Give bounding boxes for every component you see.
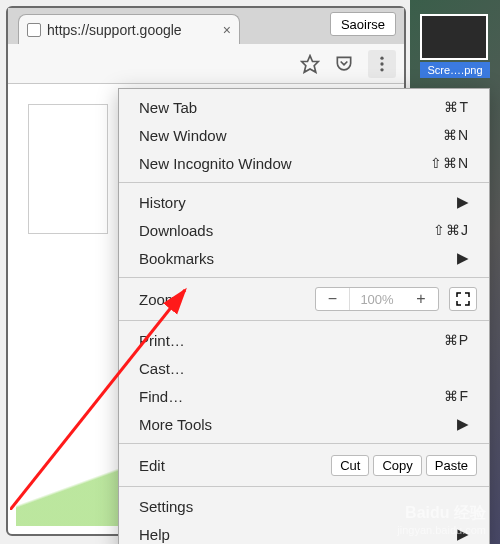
pocket-icon[interactable] bbox=[334, 54, 354, 74]
menu-label: History bbox=[139, 194, 186, 211]
menu-label: New Window bbox=[139, 127, 227, 144]
menu-label: Bookmarks bbox=[139, 250, 214, 267]
menu-separator bbox=[119, 320, 489, 321]
menu-shortcut: ⌘N bbox=[443, 127, 469, 143]
copy-button[interactable]: Copy bbox=[373, 455, 421, 476]
menu-shortcut: ⌘F bbox=[444, 388, 469, 404]
close-icon[interactable]: × bbox=[223, 22, 231, 38]
menu-new-window[interactable]: New Window ⌘N bbox=[119, 121, 489, 149]
zoom-percent: 100% bbox=[350, 292, 404, 307]
desktop-file[interactable]: Scre….png bbox=[420, 14, 490, 78]
fullscreen-button[interactable] bbox=[449, 287, 477, 311]
menu-history[interactable]: History ▶ bbox=[119, 188, 489, 216]
menu-label: Find… bbox=[139, 388, 183, 405]
menu-label: Settings bbox=[139, 498, 193, 515]
menu-shortcut: ⌘T bbox=[444, 99, 469, 115]
favicon-icon bbox=[27, 23, 41, 37]
menu-new-tab[interactable]: New Tab ⌘T bbox=[119, 93, 489, 121]
menu-separator bbox=[119, 486, 489, 487]
menu-more-tools[interactable]: More Tools ▶ bbox=[119, 410, 489, 438]
file-label: Scre….png bbox=[420, 62, 490, 78]
menu-label: New Tab bbox=[139, 99, 197, 116]
edit-label: Edit bbox=[139, 457, 165, 474]
toolbar bbox=[8, 44, 404, 84]
watermark-url: jingyan.baidu.com bbox=[397, 524, 486, 536]
tab-strip: https://support.google × Saoirse bbox=[8, 8, 404, 44]
menu-new-incognito[interactable]: New Incognito Window ⇧⌘N bbox=[119, 149, 489, 177]
menu-shortcut: ⇧⌘N bbox=[430, 155, 469, 171]
file-thumbnail bbox=[420, 14, 488, 60]
svg-point-1 bbox=[380, 56, 383, 59]
zoom-controls: − 100% + bbox=[315, 287, 439, 311]
svg-marker-0 bbox=[302, 55, 319, 72]
tab-title: https://support.google bbox=[47, 22, 182, 38]
menu-label: More Tools bbox=[139, 416, 212, 433]
zoom-out-button[interactable]: − bbox=[316, 288, 350, 310]
menu-zoom: Zoom − 100% + bbox=[119, 283, 489, 315]
watermark-brand: Baidu 经验 bbox=[397, 503, 486, 524]
menu-separator bbox=[119, 277, 489, 278]
zoom-in-button[interactable]: + bbox=[404, 288, 438, 310]
chevron-right-icon: ▶ bbox=[457, 249, 469, 267]
menu-label: Print… bbox=[139, 332, 185, 349]
cut-button[interactable]: Cut bbox=[331, 455, 369, 476]
menu-print[interactable]: Print… ⌘P bbox=[119, 326, 489, 354]
profile-name: Saoirse bbox=[341, 17, 385, 32]
paste-button[interactable]: Paste bbox=[426, 455, 477, 476]
menu-find[interactable]: Find… ⌘F bbox=[119, 382, 489, 410]
menu-downloads[interactable]: Downloads ⇧⌘J bbox=[119, 216, 489, 244]
browser-tab[interactable]: https://support.google × bbox=[18, 14, 240, 44]
chrome-menu: New Tab ⌘T New Window ⌘N New Incognito W… bbox=[118, 88, 490, 544]
menu-label: Cast… bbox=[139, 360, 185, 377]
svg-point-3 bbox=[380, 68, 383, 71]
profile-button[interactable]: Saoirse bbox=[330, 12, 396, 36]
menu-kebab-icon[interactable] bbox=[368, 50, 396, 78]
chevron-right-icon: ▶ bbox=[457, 415, 469, 433]
menu-label: Downloads bbox=[139, 222, 213, 239]
bookmark-star-icon[interactable] bbox=[300, 54, 320, 74]
chevron-right-icon: ▶ bbox=[457, 193, 469, 211]
menu-separator bbox=[119, 182, 489, 183]
watermark: Baidu 经验 jingyan.baidu.com bbox=[397, 503, 486, 536]
menu-cast[interactable]: Cast… bbox=[119, 354, 489, 382]
menu-separator bbox=[119, 443, 489, 444]
menu-label: Help bbox=[139, 526, 170, 543]
menu-edit: Edit Cut Copy Paste bbox=[119, 449, 489, 481]
content-placeholder bbox=[28, 104, 108, 234]
menu-shortcut: ⇧⌘J bbox=[433, 222, 469, 238]
menu-label: New Incognito Window bbox=[139, 155, 292, 172]
svg-point-2 bbox=[380, 62, 383, 65]
menu-bookmarks[interactable]: Bookmarks ▶ bbox=[119, 244, 489, 272]
menu-shortcut: ⌘P bbox=[444, 332, 469, 348]
zoom-label: Zoom bbox=[139, 291, 177, 308]
